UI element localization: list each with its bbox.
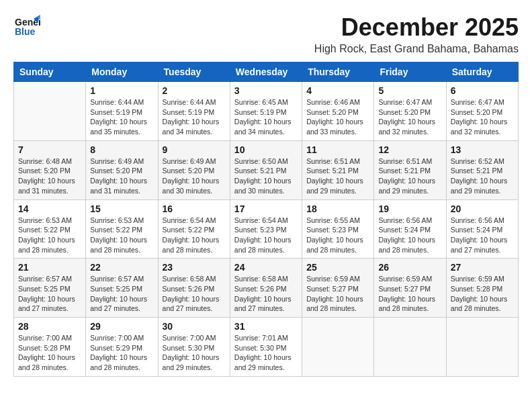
col-tuesday: Tuesday — [158, 62, 230, 82]
day-number: 25 — [306, 262, 369, 273]
day-info: Sunrise: 7:00 AMSunset: 5:30 PMDaylight:… — [163, 333, 226, 373]
day-number: 14 — [18, 203, 81, 214]
svg-text:Blue: Blue — [15, 26, 36, 37]
col-friday: Friday — [374, 62, 446, 82]
day-number: 1 — [90, 85, 153, 96]
day-info: Sunrise: 6:59 AMSunset: 5:27 PMDaylight:… — [306, 274, 369, 314]
day-number: 31 — [234, 321, 298, 332]
day-number: 4 — [306, 85, 369, 96]
calendar-table: Sunday Monday Tuesday Wednesday Thursday… — [13, 62, 519, 377]
table-row: 26Sunrise: 6:59 AMSunset: 5:27 PMDayligh… — [374, 259, 446, 318]
day-info: Sunrise: 6:48 AMSunset: 5:20 PMDaylight:… — [18, 156, 81, 196]
table-row: 15Sunrise: 6:53 AMSunset: 5:22 PMDayligh… — [86, 199, 158, 259]
day-info: Sunrise: 6:53 AMSunset: 5:22 PMDaylight:… — [18, 216, 81, 255]
day-info: Sunrise: 6:54 AMSunset: 5:22 PMDaylight:… — [163, 216, 226, 255]
title-section: December 2025 High Rock, East Grand Baha… — [314, 13, 519, 55]
day-number: 8 — [90, 144, 153, 155]
day-number: 17 — [234, 203, 298, 214]
table-row: 31Sunrise: 7:01 AMSunset: 5:30 PMDayligh… — [230, 318, 302, 377]
day-info: Sunrise: 6:49 AMSunset: 5:20 PMDaylight:… — [90, 156, 153, 196]
page-header: General Blue December 2025 High Rock, Ea… — [13, 13, 519, 55]
day-number: 5 — [378, 85, 441, 96]
table-row — [374, 318, 446, 377]
day-number: 21 — [18, 262, 81, 273]
day-number: 9 — [163, 144, 226, 155]
day-info: Sunrise: 6:47 AMSunset: 5:20 PMDaylight:… — [451, 97, 514, 137]
table-row: 27Sunrise: 6:59 AMSunset: 5:28 PMDayligh… — [446, 259, 518, 318]
day-number: 16 — [163, 203, 226, 214]
table-row: 12Sunrise: 6:51 AMSunset: 5:21 PMDayligh… — [374, 140, 446, 199]
day-number: 30 — [163, 321, 226, 332]
day-info: Sunrise: 6:57 AMSunset: 5:25 PMDaylight:… — [90, 274, 153, 314]
day-number: 2 — [163, 85, 226, 96]
day-number: 6 — [451, 85, 514, 96]
table-row: 9Sunrise: 6:49 AMSunset: 5:20 PMDaylight… — [158, 140, 230, 199]
table-row — [302, 318, 374, 377]
day-info: Sunrise: 6:58 AMSunset: 5:26 PMDaylight:… — [234, 274, 298, 314]
table-row: 22Sunrise: 6:57 AMSunset: 5:25 PMDayligh… — [86, 259, 158, 318]
day-info: Sunrise: 7:00 AMSunset: 5:28 PMDaylight:… — [18, 333, 81, 373]
day-info: Sunrise: 6:50 AMSunset: 5:21 PMDaylight:… — [234, 156, 298, 196]
day-number: 15 — [90, 203, 153, 214]
table-row: 13Sunrise: 6:52 AMSunset: 5:21 PMDayligh… — [446, 140, 518, 199]
day-number: 24 — [234, 262, 298, 273]
table-row — [446, 318, 518, 377]
day-number: 27 — [451, 262, 514, 273]
table-row: 6Sunrise: 6:47 AMSunset: 5:20 PMDaylight… — [446, 82, 518, 141]
day-info: Sunrise: 6:59 AMSunset: 5:28 PMDaylight:… — [451, 274, 514, 314]
day-number: 18 — [306, 203, 369, 214]
day-info: Sunrise: 6:56 AMSunset: 5:24 PMDaylight:… — [451, 216, 514, 255]
day-info: Sunrise: 6:59 AMSunset: 5:27 PMDaylight:… — [378, 274, 441, 314]
day-number: 19 — [378, 203, 441, 214]
table-row: 4Sunrise: 6:46 AMSunset: 5:20 PMDaylight… — [302, 82, 374, 141]
day-info: Sunrise: 6:44 AMSunset: 5:19 PMDaylight:… — [90, 97, 153, 137]
calendar-subtitle: High Rock, East Grand Bahama, Bahamas — [314, 43, 519, 55]
day-info: Sunrise: 6:56 AMSunset: 5:24 PMDaylight:… — [378, 216, 441, 255]
day-number: 23 — [163, 262, 226, 273]
table-row: 21Sunrise: 6:57 AMSunset: 5:25 PMDayligh… — [14, 259, 86, 318]
day-info: Sunrise: 6:57 AMSunset: 5:25 PMDaylight:… — [18, 274, 81, 314]
table-row: 30Sunrise: 7:00 AMSunset: 5:30 PMDayligh… — [158, 318, 230, 377]
table-row: 1Sunrise: 6:44 AMSunset: 5:19 PMDaylight… — [86, 82, 158, 141]
day-number: 22 — [90, 262, 153, 273]
logo: General Blue — [13, 13, 40, 43]
table-row — [14, 82, 86, 141]
day-info: Sunrise: 6:51 AMSunset: 5:21 PMDaylight:… — [306, 156, 369, 196]
logo-icon: General Blue — [13, 13, 40, 43]
table-row: 16Sunrise: 6:54 AMSunset: 5:22 PMDayligh… — [158, 199, 230, 259]
table-row: 8Sunrise: 6:49 AMSunset: 5:20 PMDaylight… — [86, 140, 158, 199]
day-number: 26 — [378, 262, 441, 273]
col-monday: Monday — [86, 62, 158, 82]
table-row: 18Sunrise: 6:55 AMSunset: 5:23 PMDayligh… — [302, 199, 374, 259]
day-number: 29 — [90, 321, 153, 332]
day-info: Sunrise: 7:01 AMSunset: 5:30 PMDaylight:… — [234, 333, 298, 373]
col-thursday: Thursday — [302, 62, 374, 82]
day-info: Sunrise: 6:58 AMSunset: 5:26 PMDaylight:… — [163, 274, 226, 314]
col-wednesday: Wednesday — [230, 62, 302, 82]
table-row: 10Sunrise: 6:50 AMSunset: 5:21 PMDayligh… — [230, 140, 302, 199]
table-row: 2Sunrise: 6:44 AMSunset: 5:19 PMDaylight… — [158, 82, 230, 141]
table-row: 20Sunrise: 6:56 AMSunset: 5:24 PMDayligh… — [446, 199, 518, 259]
col-saturday: Saturday — [446, 62, 518, 82]
day-info: Sunrise: 7:00 AMSunset: 5:29 PMDaylight:… — [90, 333, 153, 373]
table-row: 11Sunrise: 6:51 AMSunset: 5:21 PMDayligh… — [302, 140, 374, 199]
table-row: 23Sunrise: 6:58 AMSunset: 5:26 PMDayligh… — [158, 259, 230, 318]
day-info: Sunrise: 6:52 AMSunset: 5:21 PMDaylight:… — [451, 156, 514, 196]
day-number: 13 — [451, 144, 514, 155]
day-number: 12 — [378, 144, 441, 155]
table-row: 25Sunrise: 6:59 AMSunset: 5:27 PMDayligh… — [302, 259, 374, 318]
day-info: Sunrise: 6:44 AMSunset: 5:19 PMDaylight:… — [163, 97, 226, 137]
table-row: 14Sunrise: 6:53 AMSunset: 5:22 PMDayligh… — [14, 199, 86, 259]
day-info: Sunrise: 6:47 AMSunset: 5:20 PMDaylight:… — [378, 97, 441, 137]
table-row: 24Sunrise: 6:58 AMSunset: 5:26 PMDayligh… — [230, 259, 302, 318]
day-info: Sunrise: 6:45 AMSunset: 5:19 PMDaylight:… — [234, 97, 298, 137]
day-info: Sunrise: 6:54 AMSunset: 5:23 PMDaylight:… — [234, 216, 298, 255]
header-row: Sunday Monday Tuesday Wednesday Thursday… — [14, 62, 519, 82]
table-row: 28Sunrise: 7:00 AMSunset: 5:28 PMDayligh… — [14, 318, 86, 377]
table-row: 7Sunrise: 6:48 AMSunset: 5:20 PMDaylight… — [14, 140, 86, 199]
day-info: Sunrise: 6:46 AMSunset: 5:20 PMDaylight:… — [306, 97, 369, 137]
day-number: 20 — [451, 203, 514, 214]
table-row: 29Sunrise: 7:00 AMSunset: 5:29 PMDayligh… — [86, 318, 158, 377]
day-number: 28 — [18, 321, 81, 332]
day-number: 3 — [234, 85, 298, 96]
